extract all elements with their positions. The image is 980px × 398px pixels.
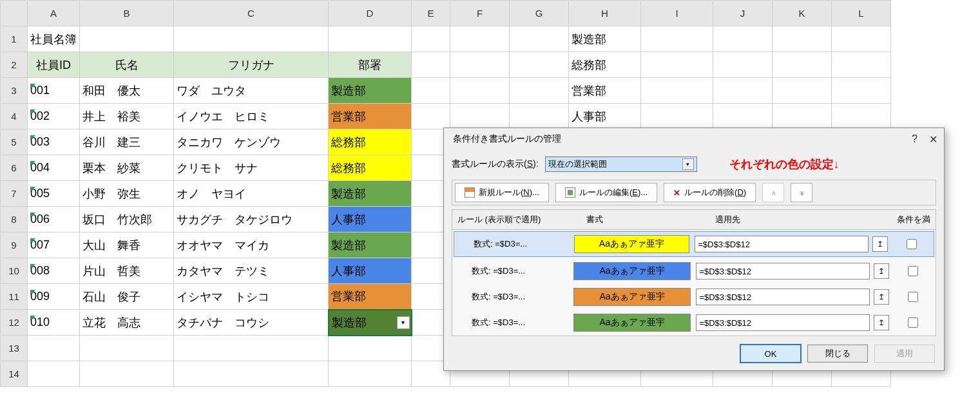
row-header-2[interactable]: 2 [1,52,28,78]
cell-empty[interactable] [80,336,174,361]
cell-name[interactable]: 片山 哲美 [80,258,174,284]
dialog-titlebar[interactable]: 条件付き書式ルールの管理 ? ✕ [444,128,944,150]
cell-dept[interactable]: 総務部 [329,155,412,181]
new-rule-button[interactable]: 新規ルール(N)... [455,183,549,202]
rule-row[interactable]: 数式: =$D3=... Aaあぁアァ亜宇 ↥ [452,284,936,310]
row-header-11[interactable]: 11 [1,284,28,310]
range-picker-icon[interactable]: ↥ [874,315,889,330]
col-header-E[interactable]: E [412,1,450,26]
hdr-name[interactable]: 氏名 [80,52,174,78]
stop-if-true-checkbox[interactable] [907,239,917,249]
row-header-5[interactable]: 5 [1,129,28,155]
stop-if-true-checkbox[interactable] [908,266,918,276]
cell-dept-selected[interactable]: 製造部▾ [329,310,412,336]
cell-furigana[interactable]: ワダ ユウタ [174,78,329,104]
rule-row[interactable]: 数式: =$D3=... Aaあぁアァ亜宇 ↥ [452,258,936,284]
stop-if-true-checkbox[interactable] [908,317,918,328]
col-header-I[interactable]: I [641,1,713,26]
move-up-button[interactable]: ∧ [762,183,784,202]
select-all-corner[interactable] [1,1,28,26]
range-input[interactable] [696,263,870,280]
col-header-K[interactable]: K [773,1,832,26]
cell-dept[interactable]: 製造部 [329,78,412,104]
cell-id[interactable]: 009 [28,284,80,310]
range-input[interactable] [696,289,870,305]
cell-title[interactable]: 社員名簿 [28,26,80,52]
cell-id[interactable]: 007 [28,232,80,258]
row-header-13[interactable]: 13 [1,336,28,361]
cell-id[interactable]: 003 [28,129,80,155]
range-input[interactable] [696,314,870,331]
move-down-button[interactable]: ∨ [791,183,812,202]
ok-button[interactable]: OK [740,345,801,363]
cell-furigana[interactable]: タチバナ コウシ [174,310,329,336]
dept-list-item[interactable]: 人事部 [569,104,641,129]
cell-name[interactable]: 井上 裕美 [80,104,174,129]
show-rules-combo[interactable]: 現在の選択範囲 ▾ [545,156,697,172]
col-header-B[interactable]: B [80,1,174,26]
cell-empty[interactable] [28,336,80,361]
hdr-dept[interactable]: 部署 [329,52,412,78]
apply-button[interactable]: 適用 [874,345,935,363]
cell-empty[interactable] [28,361,80,387]
cell-name[interactable]: 坂口 竹次郎 [80,207,174,232]
cell-name[interactable]: 立花 高志 [80,310,174,336]
cell-name[interactable]: 大山 舞香 [80,232,174,258]
help-icon[interactable]: ? [912,133,918,145]
rule-row[interactable]: 数式: =$D3=... Aaあぁアァ亜宇 ↥ [454,231,934,257]
cell-furigana[interactable]: タニカワ ケンゾウ [174,129,329,155]
cell-id[interactable]: 004 [28,155,80,181]
cell-id[interactable]: 008 [28,258,80,284]
cell-empty[interactable] [329,336,412,361]
range-picker-icon[interactable]: ↥ [874,289,889,305]
col-header-F[interactable]: F [450,1,510,26]
cell-dept[interactable]: 総務部 [329,129,412,155]
cell-furigana[interactable]: サカグチ タケジロウ [174,207,329,232]
cell-dept[interactable]: 人事部 [329,207,412,232]
close-button[interactable]: 閉じる [807,345,868,363]
col-header-J[interactable]: J [713,1,773,26]
col-header-C[interactable]: C [174,1,329,26]
row-header-1[interactable]: 1 [1,26,28,52]
cell-empty[interactable] [329,361,412,387]
dept-list-item[interactable]: 製造部 [569,26,641,52]
col-header-H[interactable]: H [569,1,641,26]
rule-list[interactable]: 数式: =$D3=... Aaあぁアァ亜宇 ↥ 数式: =$D3=... Aaあ… [452,229,936,336]
cell-furigana[interactable]: イノウエ ヒロミ [174,104,329,129]
cell-furigana[interactable]: カタヤマ テツミ [174,258,329,284]
cell-name[interactable]: 小野 弥生 [80,181,174,207]
col-header-D[interactable]: D [329,1,412,26]
stop-if-true-checkbox[interactable] [908,292,918,302]
cell-id[interactable]: 005 [28,181,80,207]
cell-dept[interactable]: 製造部 [329,232,412,258]
cell-furigana[interactable]: イシヤマ トシコ [174,284,329,310]
cell-dept[interactable]: 営業部 [329,284,412,310]
cell-furigana[interactable]: オノ ヤヨイ [174,181,329,207]
rule-row[interactable]: 数式: =$D3=... Aaあぁアァ亜宇 ↥ [452,310,936,336]
row-header-9[interactable]: 9 [1,232,28,258]
row-header-7[interactable]: 7 [1,181,28,207]
dept-list-item[interactable]: 営業部 [569,78,641,104]
range-picker-icon[interactable]: ↥ [874,263,889,279]
chevron-down-icon[interactable]: ▾ [682,158,694,170]
dropdown-icon[interactable]: ▾ [397,316,410,329]
dept-list-item[interactable]: 総務部 [569,52,641,78]
row-header-12[interactable]: 12 [1,310,28,336]
cell-name[interactable]: 谷川 建三 [80,129,174,155]
row-header-14[interactable]: 14 [1,361,28,387]
cell-empty[interactable] [174,361,329,387]
cell-furigana[interactable]: クリモト サナ [174,155,329,181]
cell-furigana[interactable]: オオヤマ マイカ [174,232,329,258]
cell-id[interactable]: 002 [28,104,80,129]
cell-id[interactable]: 010 [28,310,80,336]
delete-rule-button[interactable]: ✕ ルールの削除(D) [664,183,756,202]
hdr-id[interactable]: 社員ID [28,52,80,78]
row-header-8[interactable]: 8 [1,207,28,232]
cell-id[interactable]: 001 [28,78,80,104]
cell-id[interactable]: 006 [28,207,80,232]
row-header-6[interactable]: 6 [1,155,28,181]
edit-rule-button[interactable]: ルールの編集(E)... [555,183,657,202]
col-header-A[interactable]: A [28,1,80,26]
col-header-L[interactable]: L [832,1,891,26]
cell-dept[interactable]: 製造部 [329,181,412,207]
